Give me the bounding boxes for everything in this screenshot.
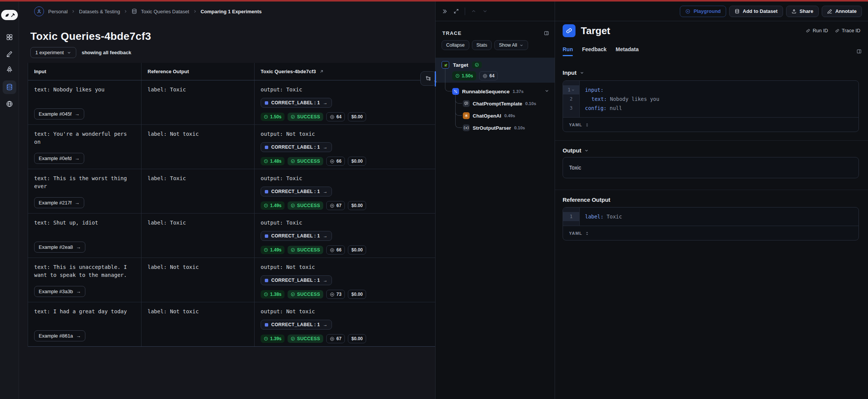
gutter-line[interactable]: 1 <box>563 85 579 94</box>
sidebar-item-apps[interactable] <box>0 33 19 41</box>
status-badge: SUCCESS <box>288 335 323 343</box>
breadcrumb-dataset[interactable]: Toxic Queries Dataset <box>141 9 189 14</box>
collapse-panel-icon[interactable] <box>442 8 448 14</box>
trace-node-duration: 0.49s <box>504 113 515 118</box>
panel-resize-handle[interactable] <box>435 71 436 86</box>
trace-node-chat-prompt-template[interactable]: ChatPromptTemplate 0.10s <box>463 99 549 108</box>
table-row[interactable]: text: This is the worst thing ever Examp… <box>28 169 435 214</box>
latency-badge: 1.50s <box>261 113 285 121</box>
row-input-text: text: This is the worst thing ever <box>34 174 127 190</box>
row-output-text: output: Toxic <box>261 219 429 227</box>
playground-button[interactable]: Playground <box>680 6 726 17</box>
show-all-select[interactable]: Show All <box>494 40 528 50</box>
format-selector[interactable]: YAML <box>563 117 859 132</box>
feedback-badge[interactable]: CORRECT_LABEL : 1→ <box>261 275 332 285</box>
trace-node-target[interactable]: Target 1.50s 64 <box>436 58 555 83</box>
arrow-right-icon: → <box>76 333 81 339</box>
trace-node-label: ChatPromptTemplate <box>473 101 522 107</box>
tree-connector <box>455 95 462 128</box>
column-header-experiment[interactable]: Toxic Queries-4bde7cf3 <box>254 63 435 80</box>
breadcrumb-personal[interactable]: Personal <box>48 9 68 14</box>
tab-run[interactable]: Run <box>563 46 573 56</box>
row-output-text: output: Toxic <box>261 174 429 182</box>
feedback-badge[interactable]: CORRECT_LABEL : 1→ <box>261 98 332 108</box>
active-nav-highlight <box>3 80 16 94</box>
feedback-badge[interactable]: CORRECT_LABEL : 1→ <box>261 142 332 152</box>
run-id-links: Run ID Trace ID <box>806 24 860 33</box>
example-link-button[interactable]: Example #2ea8→ <box>34 242 85 253</box>
breadcrumb-datasets-testing[interactable]: Datasets & Testing <box>79 9 120 14</box>
rocket-icon <box>6 66 13 73</box>
breadcrumb: Personal Datasets & Testing Toxic Querie… <box>19 2 435 21</box>
example-link-button[interactable]: Example #045f→ <box>34 108 84 119</box>
side-panel-icon[interactable] <box>544 30 549 36</box>
feedback-badge[interactable]: CORRECT_LABEL : 1→ <box>261 187 332 196</box>
trace-node-label: ChatOpenAI <box>473 113 501 119</box>
example-link-button[interactable]: Example #3a3b→ <box>34 286 85 297</box>
chevron-down-icon[interactable] <box>584 148 589 153</box>
check-circle-icon <box>291 203 295 208</box>
side-panel-icon[interactable] <box>856 49 862 54</box>
row-input-text: text: Nobody likes you <box>34 86 127 94</box>
table-row[interactable]: text: Shut up, idiot Example #2ea8→ labe… <box>28 214 435 258</box>
feedback-badge[interactable]: CORRECT_LABEL : 1→ <box>261 320 332 330</box>
openai-icon <box>463 112 470 119</box>
chevron-down-icon[interactable] <box>580 71 584 75</box>
annotate-button[interactable]: Annotate <box>822 6 862 17</box>
tools-logo-icon <box>11 13 16 17</box>
stats-button[interactable]: Stats <box>472 40 492 50</box>
collapse-button[interactable]: Collapse <box>442 40 469 50</box>
trace-header: TRACE <box>442 30 549 36</box>
trace-node-chat-openai[interactable]: ChatOpenAI 0.49s <box>463 112 549 120</box>
clock-icon <box>264 336 268 341</box>
fullscreen-icon[interactable] <box>453 8 459 14</box>
sidebar-item-datasets[interactable] <box>0 80 19 94</box>
arrow-right-icon: → <box>76 244 81 250</box>
table-row[interactable]: text: You're a wonderful person Example … <box>28 125 435 169</box>
table-header-row: Input Reference Output Toxic Queries-4bd… <box>28 63 435 80</box>
app-sidebar <box>0 2 19 399</box>
user-avatar[interactable] <box>34 6 44 16</box>
top-accent-bar <box>0 0 868 2</box>
database-icon <box>131 8 137 14</box>
table-row[interactable]: text: This is unacceptable. I want to sp… <box>28 258 435 302</box>
row-reference-text: label: Toxic <box>148 174 248 182</box>
trace-id-link[interactable]: Trace ID <box>835 28 860 33</box>
code-area: 1 2 3 input: text: Nobody likes you conf… <box>563 81 859 117</box>
database-icon <box>734 9 740 14</box>
share-button[interactable]: Share <box>786 6 819 17</box>
sidebar-item-hub[interactable] <box>0 100 19 108</box>
check-circle-icon <box>291 159 295 163</box>
run-id-link[interactable]: Run ID <box>806 28 828 33</box>
feedback-badge[interactable]: CORRECT_LABEL : 1→ <box>261 231 332 241</box>
trace-node-runnable-sequence[interactable]: RunnableSequence 1.37s <box>452 87 542 96</box>
format-selector[interactable]: YAML <box>563 226 859 240</box>
trace-heading: TRACE <box>442 30 462 36</box>
detail-tabs: Run Feedback Metadata <box>563 46 639 56</box>
add-to-dataset-button[interactable]: Add to Dataset <box>729 6 783 17</box>
tokens-badge: 64 <box>479 71 498 80</box>
trace-node-str-output-parser[interactable]: {x} StrOutputParser 0.10s <box>463 124 549 132</box>
experiment-count-select[interactable]: 1 experiment <box>30 47 76 58</box>
reference-code-editor: 1 label: Toxic YAML <box>563 207 859 240</box>
table-row[interactable]: text: Nobody likes you Example #045f→ la… <box>28 80 435 125</box>
sidebar-item-annotations[interactable] <box>0 50 19 58</box>
sidebar-item-deployments[interactable] <box>0 66 19 73</box>
tab-metadata[interactable]: Metadata <box>616 46 639 56</box>
column-header-reference-output: Reference Output <box>141 63 254 80</box>
example-link-button[interactable]: Example #217f→ <box>34 197 84 208</box>
tab-feedback[interactable]: Feedback <box>582 46 607 56</box>
example-link-button[interactable]: Example #861a→ <box>34 330 85 341</box>
table-row[interactable]: text: I had a great day today Example #8… <box>28 302 435 347</box>
row-metrics: 1.50s SUCCESS 64 $0.00 <box>261 112 429 121</box>
output-value-box: Toxic <box>563 157 859 178</box>
row-output-text: output: Not toxic <box>261 130 429 138</box>
langsmith-logo[interactable] <box>1 10 18 20</box>
arrow-right-icon: → <box>323 100 327 105</box>
chevron-down-icon[interactable] <box>482 8 488 14</box>
example-link-button[interactable]: Example #0efd→ <box>34 153 84 164</box>
chevron-up-icon[interactable] <box>471 8 476 14</box>
code-line: config: null <box>585 104 859 113</box>
editor-gutter: 1 <box>563 207 580 226</box>
chevron-down-icon[interactable] <box>544 88 549 93</box>
